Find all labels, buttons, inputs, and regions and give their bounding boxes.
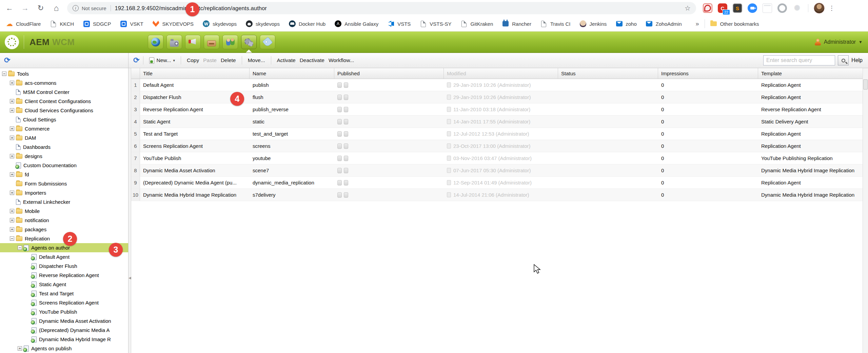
nav-digital-assets-button[interactable] [166,35,182,49]
forward-icon[interactable]: → [19,2,31,14]
expand-icon[interactable]: + [10,218,14,222]
zoom-extension-icon[interactable] [748,3,757,13]
home-icon[interactable]: ⌂ [50,2,62,14]
aem-logo-icon[interactable] [5,35,19,49]
workflow-button[interactable]: Workflow... [327,57,356,63]
table-row[interactable]: 3Reverse Replication Agentpublish_revers… [131,103,868,116]
bookmark-item[interactable]: SDGCP [83,20,111,27]
expand-icon[interactable]: + [10,227,14,232]
tree-item[interactable]: (Deprecated) Dynamic Media A [0,326,128,335]
bookmark-item[interactable]: ZohoAdmin [646,20,682,27]
tree-item[interactable]: Reverse Replication Agent [0,271,128,280]
expand-icon[interactable]: + [10,154,14,158]
table-row[interactable]: 10Dynamic Media Hybrid Image Replication… [131,189,868,201]
reload-icon[interactable]: ↻ [35,2,47,14]
expand-icon[interactable]: + [10,172,14,177]
tree-item[interactable]: +fd [0,170,128,179]
bookmark-item[interactable]: Travis CI [540,20,570,27]
tree-item[interactable]: +Commerce [0,124,128,133]
expand-icon[interactable]: + [10,81,14,85]
column-header-impressions[interactable]: Impressions [658,68,758,79]
table-row[interactable]: 7YouTube Publishyoutube03-Nov-2016 03:47… [131,152,868,164]
bookmark-item[interactable]: skydevops [246,20,280,27]
activate-button[interactable]: Activate [275,57,298,63]
acrobat-extension-icon[interactable] [703,3,712,13]
bookmark-star-icon[interactable]: ☆ [685,4,691,12]
nav-security-button[interactable] [222,35,238,49]
deactivate-button[interactable]: Deactivate [298,57,327,63]
bookmark-item[interactable]: Jenkins [579,20,607,27]
tree-item[interactable]: Screens Replication Agent [0,298,128,307]
nav-inbox-button[interactable] [204,35,219,49]
info-icon[interactable]: i [73,5,79,11]
tree-item[interactable]: +Importers [0,188,128,197]
new-dropdown-icon[interactable]: ▾ [173,58,175,63]
column-header-modified[interactable]: Modified [444,68,558,79]
bookmark-item[interactable]: zoho [616,20,637,27]
other-bookmarks[interactable]: Other bookmarks [710,20,759,27]
collapse-icon[interactable]: − [18,246,22,250]
expand-icon[interactable]: + [10,136,14,140]
profile-avatar[interactable] [814,3,825,14]
copy-button[interactable]: Copy [185,57,201,63]
table-row[interactable]: 6Screens Replication Agentscreens23-Oct-… [131,140,868,152]
tree-item[interactable]: Dynamic Media Asset Activation [0,316,128,326]
tree-item[interactable]: +acs-commons [0,78,128,87]
tree-item[interactable]: External Linkchecker [0,197,128,207]
back-icon[interactable]: ← [3,2,16,14]
tree-item[interactable]: Static Agent [0,280,128,289]
table-row[interactable]: 8Dynamic Media Asset Activationscene707-… [131,164,868,177]
tree-item[interactable]: MSM Control Center [0,87,128,97]
bookmark-item[interactable]: GitKraken [461,20,493,27]
column-header-template[interactable]: Template [758,68,868,79]
nav-campaigns-button[interactable] [185,35,201,49]
move-button[interactable]: Move... [246,57,267,63]
bookmark-item[interactable]: VSKT [120,20,143,27]
tree-item[interactable]: +Cloud Services Configurations [0,106,128,115]
column-header-status[interactable]: Status [558,68,658,79]
bookmark-item[interactable]: VSTS [388,20,411,27]
bookmarks-overflow-icon[interactable]: » [696,20,699,27]
expand-icon[interactable]: + [10,99,14,103]
help-link[interactable]: Help [851,57,863,63]
tree-item[interactable]: Default Agent [0,252,128,261]
tree-item[interactable]: +Client Context Configurations [0,97,128,106]
nav-tagging-button[interactable] [260,35,275,49]
tree-item[interactable]: Test and Target [0,289,128,298]
tree-item[interactable]: +Agents on publish [0,344,128,353]
table-row[interactable]: 4Static Agentstatic14-Jan-2011 17:55 (Ad… [131,116,868,128]
expand-icon[interactable]: + [10,108,14,113]
table-row[interactable]: 9(Deprecated) Dynamic Media Agent (pu...… [131,177,868,189]
address-bar[interactable]: i Not secure 192.168.2.9:4502/miscadmin … [67,2,696,14]
expand-icon[interactable]: + [10,191,14,195]
bookmark-item[interactable]: ☁CloudFlare [6,20,41,27]
column-header-name[interactable]: Name [250,68,334,79]
bookmark-item[interactable]: SKYDEVOPS [153,20,194,27]
table-row[interactable]: 1Default Agentpublish29-Jan-2019 10:26 (… [131,79,868,91]
nav-websites-button[interactable] [148,35,163,49]
column-header-title[interactable]: Title [140,68,250,79]
panel-splitter[interactable]: ◀ [129,68,131,353]
collapse-icon[interactable]: − [10,236,14,241]
bookmark-item[interactable]: VSTS-SY [420,20,451,27]
delete-button[interactable]: Delete [219,57,238,63]
collapse-icon[interactable]: − [2,72,6,76]
tree-item[interactable]: +DAM [0,133,128,142]
scrollbar-thumb[interactable] [863,79,868,90]
tree-item[interactable]: Dashboards [0,142,128,152]
tree-item[interactable]: −Tools [0,69,128,78]
bookmark-item[interactable]: Docker Hub [289,20,326,27]
grid-refresh-icon[interactable]: ⟳ [133,57,139,64]
tree-item[interactable]: Custom Documentation [0,161,128,170]
browser-menu-icon[interactable]: ⋮ [829,4,835,12]
tree-item[interactable]: Dispatcher Flush [0,261,128,271]
search-button[interactable] [838,55,849,65]
tree-refresh-icon[interactable]: ⟳ [4,57,10,64]
user-menu[interactable]: Administrator ▼ [814,39,863,45]
bookmark-item[interactable]: Rancher [502,20,531,27]
tree-item[interactable]: Dynamic Media Hybrid Image R [0,335,128,344]
sublime-extension-icon[interactable]: S [733,3,742,13]
tree-item[interactable]: +designs [0,152,128,161]
bookmark-item[interactable]: Wskydevops [203,20,237,27]
tree-item[interactable]: +notification [0,216,128,225]
